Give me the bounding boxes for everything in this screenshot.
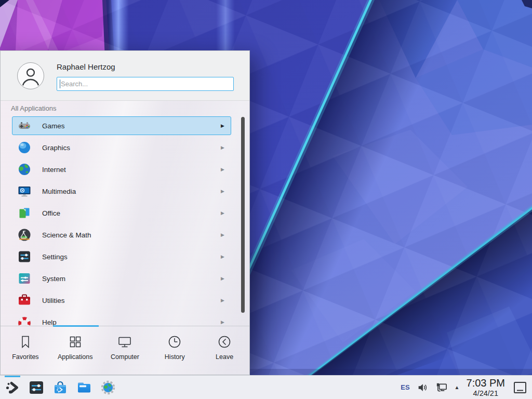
category-label: Help bbox=[42, 318, 57, 326]
tab-label: Computer bbox=[111, 353, 139, 361]
tab-history[interactable]: History bbox=[150, 326, 200, 375]
category-row-help[interactable]: Help ▶ bbox=[12, 313, 231, 326]
list-scrollbar[interactable] bbox=[241, 117, 245, 313]
category-row-science-math[interactable]: Science & Math ▶ bbox=[12, 225, 231, 244]
user-avatar[interactable] bbox=[17, 62, 44, 89]
text-caret bbox=[60, 79, 60, 88]
submenu-arrow-icon: ▶ bbox=[221, 167, 224, 172]
submenu-arrow-icon: ▶ bbox=[221, 232, 224, 237]
category-label: Multimedia bbox=[42, 188, 76, 195]
utilities-icon bbox=[17, 293, 32, 308]
submenu-arrow-icon: ▶ bbox=[221, 145, 224, 150]
tab-label: Favorites bbox=[12, 353, 38, 361]
submenu-arrow-icon: ▶ bbox=[221, 210, 224, 216]
tab-label: History bbox=[165, 353, 185, 361]
file-manager-button[interactable] bbox=[76, 379, 92, 396]
submenu-arrow-icon: ▶ bbox=[221, 320, 224, 325]
application-launcher-popup: Raphael Hertzog All Applications Games ▶ bbox=[0, 50, 250, 375]
category-label: Office bbox=[42, 209, 60, 217]
category-row-multimedia[interactable]: Multimedia ▶ bbox=[12, 182, 231, 201]
discover-icon bbox=[52, 379, 69, 396]
tab-computer[interactable]: Computer bbox=[100, 326, 150, 375]
tab-applications[interactable]: Applications bbox=[50, 326, 100, 375]
submenu-arrow-icon: ▶ bbox=[221, 276, 224, 281]
internet-icon bbox=[17, 162, 32, 177]
category-row-internet[interactable]: Internet ▶ bbox=[12, 160, 231, 179]
submenu-arrow-icon: ▶ bbox=[221, 254, 224, 259]
category-row-office[interactable]: Office ▶ bbox=[12, 204, 231, 222]
office-icon bbox=[17, 206, 32, 220]
tab-label: Applications bbox=[58, 353, 92, 361]
tray-expander-icon[interactable]: ▲ bbox=[455, 384, 460, 390]
category-row-graphics[interactable]: Graphics ▶ bbox=[12, 138, 231, 157]
category-row-utilities[interactable]: Utilities ▶ bbox=[12, 291, 231, 310]
system-settings-button[interactable] bbox=[28, 379, 45, 396]
active-tab-indicator bbox=[53, 325, 99, 327]
favorites-icon bbox=[18, 334, 33, 350]
file-manager-icon bbox=[76, 379, 92, 396]
system-settings-icon bbox=[28, 379, 45, 396]
clock-time: 7:03 PM bbox=[467, 378, 505, 388]
user-name: Raphael Hertzog bbox=[57, 62, 115, 71]
web-browser-icon bbox=[100, 379, 116, 396]
computer-icon bbox=[117, 334, 132, 350]
web-browser-button[interactable] bbox=[100, 379, 116, 396]
applications-icon bbox=[68, 334, 83, 350]
games-icon bbox=[17, 118, 32, 133]
taskbar-pinned-apps bbox=[0, 379, 116, 396]
category-label: Graphics bbox=[42, 144, 70, 152]
section-label: All Applications bbox=[11, 104, 56, 112]
volume-icon[interactable] bbox=[417, 382, 428, 393]
application-launcher-button[interactable] bbox=[4, 379, 21, 396]
user-icon bbox=[18, 62, 44, 89]
network-icon[interactable] bbox=[435, 381, 448, 394]
category-row-settings[interactable]: Settings ▶ bbox=[12, 247, 231, 266]
category-label: Utilities bbox=[42, 297, 65, 304]
tab-leave[interactable]: Leave bbox=[200, 326, 249, 375]
history-icon bbox=[167, 334, 182, 350]
show-desktop-button[interactable] bbox=[513, 380, 527, 395]
tab-favorites[interactable]: Favorites bbox=[1, 326, 50, 375]
discover-button[interactable] bbox=[52, 379, 69, 396]
settings-icon bbox=[17, 249, 32, 264]
submenu-arrow-icon: ▶ bbox=[221, 123, 224, 128]
category-label: Science & Math bbox=[42, 231, 91, 239]
submenu-arrow-icon: ▶ bbox=[221, 298, 224, 303]
category-label: Settings bbox=[42, 253, 68, 261]
category-row-system[interactable]: System ▶ bbox=[12, 269, 231, 288]
submenu-arrow-icon: ▶ bbox=[221, 189, 224, 194]
keyboard-layout-indicator[interactable]: ES bbox=[401, 383, 409, 391]
app-launcher-icon bbox=[4, 379, 21, 396]
category-list-container: All Applications Games ▶ bbox=[1, 101, 249, 326]
launcher-header: Raphael Hertzog bbox=[1, 51, 249, 101]
launcher-open-indicator bbox=[5, 376, 20, 377]
system-icon bbox=[17, 271, 32, 286]
category-label: Games bbox=[42, 122, 65, 130]
clock-date: 4/24/21 bbox=[473, 390, 498, 397]
search-input[interactable] bbox=[57, 77, 234, 91]
taskbar-panel: ES ▲ 7:03 PM 4/24/21 bbox=[0, 375, 532, 399]
leave-icon bbox=[217, 334, 232, 350]
category-list: Games ▶ Graphics ▶ Intern bbox=[1, 116, 249, 326]
multimedia-icon bbox=[17, 184, 32, 198]
help-icon bbox=[17, 315, 32, 326]
system-tray: ES ▲ 7:03 PM 4/24/21 bbox=[401, 378, 532, 397]
category-label: System bbox=[42, 275, 65, 283]
category-label: Internet bbox=[42, 166, 66, 174]
launcher-tab-bar: Favorites Applications Computer bbox=[1, 326, 249, 375]
graphics-icon bbox=[17, 140, 32, 155]
digital-clock[interactable]: 7:03 PM 4/24/21 bbox=[467, 378, 505, 397]
tab-label: Leave bbox=[216, 353, 233, 361]
science-math-icon bbox=[17, 228, 32, 242]
category-row-games[interactable]: Games ▶ bbox=[12, 116, 231, 135]
